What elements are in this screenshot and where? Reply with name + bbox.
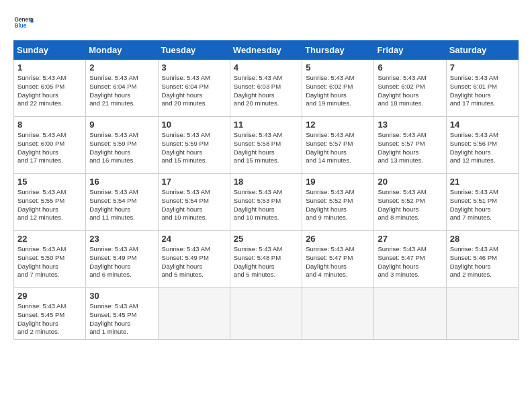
- day-info: Sunrise: 5:43 AM Sunset: 5:59 PM Dayligh…: [162, 131, 226, 165]
- calendar-cell: 10 Sunrise: 5:43 AM Sunset: 5:59 PM Dayl…: [158, 117, 230, 174]
- col-header-monday: Monday: [86, 41, 158, 60]
- calendar-cell: 11 Sunrise: 5:43 AM Sunset: 5:58 PM Dayl…: [230, 117, 302, 174]
- day-number: 20: [378, 177, 442, 187]
- calendar-cell: 5 Sunrise: 5:43 AM Sunset: 6:02 PM Dayli…: [302, 60, 374, 117]
- calendar-cell: 25 Sunrise: 5:43 AM Sunset: 5:48 PM Dayl…: [230, 231, 302, 288]
- calendar-cell: 2 Sunrise: 5:43 AM Sunset: 6:04 PM Dayli…: [86, 60, 158, 117]
- day-info: Sunrise: 5:43 AM Sunset: 5:57 PM Dayligh…: [378, 131, 442, 165]
- day-info: Sunrise: 5:43 AM Sunset: 6:02 PM Dayligh…: [378, 74, 442, 108]
- day-info: Sunrise: 5:43 AM Sunset: 5:59 PM Dayligh…: [89, 131, 154, 165]
- calendar-cell: 9 Sunrise: 5:43 AM Sunset: 5:59 PM Dayli…: [86, 117, 158, 174]
- day-info: Sunrise: 5:43 AM Sunset: 6:04 PM Dayligh…: [89, 74, 154, 108]
- day-number: 13: [378, 120, 442, 130]
- calendar-week-row: 29 Sunrise: 5:43 AM Sunset: 5:45 PM Dayl…: [14, 288, 519, 340]
- day-number: 25: [234, 234, 298, 244]
- day-info: Sunrise: 5:43 AM Sunset: 5:58 PM Dayligh…: [234, 131, 298, 165]
- day-number: 17: [162, 177, 226, 187]
- calendar-cell: [302, 288, 374, 340]
- calendar-week-row: 8 Sunrise: 5:43 AM Sunset: 6:00 PM Dayli…: [14, 117, 519, 174]
- day-number: 21: [450, 177, 515, 187]
- logo-icon: General Blue: [13, 13, 34, 34]
- day-number: 10: [162, 120, 226, 130]
- day-number: 7: [450, 62, 515, 73]
- calendar-table: SundayMondayTuesdayWednesdayThursdayFrid…: [13, 40, 519, 340]
- calendar-cell: 26 Sunrise: 5:43 AM Sunset: 5:47 PM Dayl…: [302, 231, 374, 288]
- calendar-cell: 22 Sunrise: 5:43 AM Sunset: 5:50 PM Dayl…: [14, 231, 86, 288]
- calendar-week-row: 1 Sunrise: 5:43 AM Sunset: 6:05 PM Dayli…: [14, 60, 519, 117]
- calendar-cell: 7 Sunrise: 5:43 AM Sunset: 6:01 PM Dayli…: [446, 60, 518, 117]
- calendar-cell: 28 Sunrise: 5:43 AM Sunset: 5:46 PM Dayl…: [446, 231, 518, 288]
- calendar-cell: 23 Sunrise: 5:43 AM Sunset: 5:49 PM Dayl…: [86, 231, 158, 288]
- day-info: Sunrise: 5:43 AM Sunset: 6:01 PM Dayligh…: [450, 74, 515, 108]
- calendar-cell: [446, 288, 518, 340]
- day-info: Sunrise: 5:43 AM Sunset: 6:04 PM Dayligh…: [162, 74, 226, 108]
- calendar-cell: 19 Sunrise: 5:43 AM Sunset: 5:52 PM Dayl…: [302, 174, 374, 231]
- day-info: Sunrise: 5:43 AM Sunset: 5:51 PM Dayligh…: [450, 188, 515, 222]
- day-number: 8: [17, 120, 82, 130]
- col-header-friday: Friday: [374, 41, 446, 60]
- calendar-cell: 14 Sunrise: 5:43 AM Sunset: 5:56 PM Dayl…: [446, 117, 518, 174]
- calendar-cell: 27 Sunrise: 5:43 AM Sunset: 5:47 PM Dayl…: [374, 231, 446, 288]
- day-info: Sunrise: 5:43 AM Sunset: 6:03 PM Dayligh…: [234, 74, 298, 108]
- calendar-cell: 6 Sunrise: 5:43 AM Sunset: 6:02 PM Dayli…: [374, 60, 446, 117]
- svg-text:Blue: Blue: [15, 23, 27, 29]
- calendar-cell: 29 Sunrise: 5:43 AM Sunset: 5:45 PM Dayl…: [14, 288, 86, 340]
- day-number: 4: [234, 62, 298, 73]
- day-info: Sunrise: 5:43 AM Sunset: 5:45 PM Dayligh…: [89, 302, 154, 336]
- calendar-cell: 13 Sunrise: 5:43 AM Sunset: 5:57 PM Dayl…: [374, 117, 446, 174]
- col-header-sunday: Sunday: [14, 41, 86, 60]
- calendar-cell: 16 Sunrise: 5:43 AM Sunset: 5:54 PM Dayl…: [86, 174, 158, 231]
- day-info: Sunrise: 5:43 AM Sunset: 5:49 PM Dayligh…: [89, 245, 154, 279]
- col-header-saturday: Saturday: [446, 41, 518, 60]
- day-number: 29: [17, 291, 82, 301]
- day-number: 9: [89, 120, 154, 130]
- calendar-cell: 15 Sunrise: 5:43 AM Sunset: 5:55 PM Dayl…: [14, 174, 86, 231]
- calendar-cell: 1 Sunrise: 5:43 AM Sunset: 6:05 PM Dayli…: [14, 60, 86, 117]
- day-number: 22: [17, 234, 82, 244]
- col-header-thursday: Thursday: [302, 41, 374, 60]
- calendar-cell: 4 Sunrise: 5:43 AM Sunset: 6:03 PM Dayli…: [230, 60, 302, 117]
- calendar-week-row: 15 Sunrise: 5:43 AM Sunset: 5:55 PM Dayl…: [14, 174, 519, 231]
- calendar-week-row: 22 Sunrise: 5:43 AM Sunset: 5:50 PM Dayl…: [14, 231, 519, 288]
- calendar-cell: [230, 288, 302, 340]
- calendar-cell: 12 Sunrise: 5:43 AM Sunset: 5:57 PM Dayl…: [302, 117, 374, 174]
- day-number: 16: [89, 177, 154, 187]
- calendar-header-row: SundayMondayTuesdayWednesdayThursdayFrid…: [14, 41, 519, 60]
- day-number: 30: [89, 291, 154, 301]
- day-info: Sunrise: 5:43 AM Sunset: 5:47 PM Dayligh…: [306, 245, 370, 279]
- day-info: Sunrise: 5:43 AM Sunset: 5:47 PM Dayligh…: [378, 245, 442, 279]
- day-info: Sunrise: 5:43 AM Sunset: 5:52 PM Dayligh…: [306, 188, 370, 222]
- day-number: 12: [306, 120, 370, 130]
- day-number: 28: [450, 234, 515, 244]
- day-number: 6: [378, 62, 442, 73]
- day-number: 27: [378, 234, 442, 244]
- day-info: Sunrise: 5:43 AM Sunset: 5:55 PM Dayligh…: [17, 188, 82, 222]
- day-number: 19: [306, 177, 370, 187]
- day-number: 1: [17, 62, 82, 73]
- calendar-cell: [374, 288, 446, 340]
- col-header-wednesday: Wednesday: [230, 41, 302, 60]
- day-info: Sunrise: 5:43 AM Sunset: 5:46 PM Dayligh…: [450, 245, 515, 279]
- day-number: 24: [162, 234, 226, 244]
- day-info: Sunrise: 5:43 AM Sunset: 6:00 PM Dayligh…: [17, 131, 82, 165]
- day-info: Sunrise: 5:43 AM Sunset: 5:57 PM Dayligh…: [306, 131, 370, 165]
- calendar-cell: 8 Sunrise: 5:43 AM Sunset: 6:00 PM Dayli…: [14, 117, 86, 174]
- calendar-cell: 3 Sunrise: 5:43 AM Sunset: 6:04 PM Dayli…: [158, 60, 230, 117]
- day-info: Sunrise: 5:43 AM Sunset: 5:45 PM Dayligh…: [17, 302, 82, 336]
- day-info: Sunrise: 5:43 AM Sunset: 5:48 PM Dayligh…: [234, 245, 298, 279]
- calendar-cell: 20 Sunrise: 5:43 AM Sunset: 5:52 PM Dayl…: [374, 174, 446, 231]
- page-header: General Blue: [13, 13, 519, 34]
- day-number: 5: [306, 62, 370, 73]
- day-info: Sunrise: 5:43 AM Sunset: 5:49 PM Dayligh…: [162, 245, 226, 279]
- day-number: 26: [306, 234, 370, 244]
- logo: General Blue: [13, 13, 34, 34]
- calendar-cell: 18 Sunrise: 5:43 AM Sunset: 5:53 PM Dayl…: [230, 174, 302, 231]
- calendar-cell: 24 Sunrise: 5:43 AM Sunset: 5:49 PM Dayl…: [158, 231, 230, 288]
- calendar-cell: [158, 288, 230, 340]
- day-info: Sunrise: 5:43 AM Sunset: 5:56 PM Dayligh…: [450, 131, 515, 165]
- day-number: 18: [234, 177, 298, 187]
- day-number: 3: [162, 62, 226, 73]
- day-info: Sunrise: 5:43 AM Sunset: 5:53 PM Dayligh…: [234, 188, 298, 222]
- calendar-cell: 30 Sunrise: 5:43 AM Sunset: 5:45 PM Dayl…: [86, 288, 158, 340]
- day-number: 14: [450, 120, 515, 130]
